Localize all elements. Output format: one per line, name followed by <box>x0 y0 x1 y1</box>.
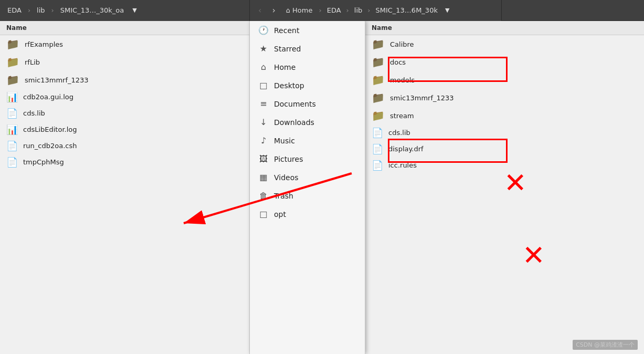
home-label: Home <box>292 6 312 14</box>
folder-reddish-icon: 📁 <box>372 109 385 122</box>
list-item[interactable]: 📁smic13mmrf_1233 <box>365 89 644 107</box>
folder-dark-icon: 📁 <box>6 38 19 50</box>
script-file-icon: 📄 <box>6 140 18 151</box>
folder-reddish-icon: 📁 <box>6 56 19 68</box>
path-eda-right[interactable]: EDA <box>324 5 344 16</box>
sidebar-label: Documents <box>274 100 316 108</box>
list-item[interactable]: 📁Calibre <box>365 35 644 53</box>
sidebar-label: Downloads <box>274 118 314 127</box>
path-smic-right[interactable]: SMIC_13…6M_30k <box>372 5 440 16</box>
sidebar-icon: ⌂ <box>258 62 269 72</box>
left-panel-header: Name <box>0 21 249 35</box>
file-name: rfExamples <box>25 40 63 48</box>
sidebar-label: Trash <box>274 192 293 200</box>
sidebar-label: opt <box>274 210 286 218</box>
sidebar-icon: □ <box>258 209 269 219</box>
text-file-icon: 📄 <box>372 160 383 171</box>
sidebar-icon: ♪ <box>258 136 269 145</box>
sidebar-item-trash[interactable]: 🗑 Trash <box>250 186 365 205</box>
text-file-icon: 📄 <box>372 127 383 138</box>
folder-dark-icon: 📁 <box>372 38 385 50</box>
folder-dark-icon: 📁 <box>372 91 385 104</box>
left-file-panel: Name 📁rfExamples📁rfLib📁smic13mmrf_1233📊c… <box>0 21 250 354</box>
log-file-icon: 📊 <box>6 91 18 102</box>
list-item[interactable]: 📊cdsLibEditor.log <box>0 121 249 138</box>
list-item[interactable]: 📄tmpCphMsg <box>0 154 249 170</box>
sidebar-icon: ↓ <box>258 117 269 127</box>
list-item[interactable]: 📄run_cdb2oa.csh <box>0 138 249 154</box>
home-button[interactable]: ⌂ Home <box>282 5 317 16</box>
sidebar-label: Pictures <box>274 155 303 163</box>
back-button[interactable]: ‹ <box>254 3 266 17</box>
list-item[interactable]: 📄display.drf <box>365 141 644 157</box>
sidebar-icon: 🕐 <box>258 25 269 35</box>
file-name: display.drf <box>388 145 424 153</box>
list-item[interactable]: 📁models <box>365 71 644 89</box>
sidebar-icon: 🗑 <box>258 191 269 201</box>
sidebar-label: Desktop <box>274 81 304 90</box>
sidebar-label: Starred <box>274 45 301 53</box>
sidebar-icon: ▦ <box>258 172 269 182</box>
file-name: rfLib <box>25 58 40 66</box>
file-name: run_cdb2oa.csh <box>23 142 77 150</box>
sidebar-item-starred[interactable]: ★ Starred <box>250 39 365 58</box>
sidebar-panel: 🕐 Recent ★ Starred ⌂ Home □ Desktop ≡ Do… <box>250 21 365 354</box>
path-dropdown-right[interactable]: ▼ <box>443 6 451 15</box>
sidebar-label: Videos <box>274 173 299 182</box>
file-name: icc.rules <box>388 161 417 169</box>
sidebar-item-recent[interactable]: 🕐 Recent <box>250 21 365 39</box>
list-item[interactable]: 📄icc.rules <box>365 157 644 173</box>
list-item[interactable]: 📁rfExamples <box>0 35 249 53</box>
sidebar-item-videos[interactable]: ▦ Videos <box>250 168 365 186</box>
path-lib-right[interactable]: lib <box>351 5 365 16</box>
sidebar-item-pictures[interactable]: 🖼 Pictures <box>250 150 365 168</box>
list-item[interactable]: 📁smic13mmrf_1233 <box>0 71 249 89</box>
text-file-icon: 📄 <box>6 108 18 119</box>
file-name: cdsLibEditor.log <box>23 126 77 133</box>
folder-dark-icon: 📁 <box>6 74 19 86</box>
home-icon: ⌂ <box>286 6 290 14</box>
left-path-bar: EDA › lib › SMIC_13…_30k_oa ▼ <box>0 0 250 21</box>
sidebar-item-opt[interactable]: □ opt <box>250 205 365 223</box>
file-name: stream <box>390 112 414 120</box>
file-name: cds.lib <box>388 129 410 137</box>
path-dropdown-left[interactable]: ▼ <box>130 6 139 15</box>
list-item[interactable]: 📄cds.lib <box>365 124 644 141</box>
file-name: Calibre <box>390 40 414 48</box>
sidebar-item-downloads[interactable]: ↓ Downloads <box>250 113 365 131</box>
folder-dark-icon: 📁 <box>372 56 385 68</box>
log-file-icon: 📊 <box>6 124 18 135</box>
sidebar-item-desktop[interactable]: □ Desktop <box>250 76 365 95</box>
path-smic-left[interactable]: SMIC_13…_30k_oa <box>57 5 127 16</box>
file-name: smic13mmrf_1233 <box>390 94 454 102</box>
folder-reddish-icon: 📁 <box>372 74 385 86</box>
path-eda-left[interactable]: EDA <box>4 5 25 16</box>
text-file-icon: 📄 <box>372 143 383 154</box>
sidebar-label: Recent <box>274 26 299 35</box>
watermark: CSDN @菜鸡渣渣一个 <box>573 340 638 350</box>
path-lib-left[interactable]: lib <box>34 5 48 16</box>
sidebar-icon: ★ <box>258 44 269 54</box>
file-name: models <box>390 76 415 84</box>
list-item[interactable]: 📁stream <box>365 107 644 124</box>
right-panel-header: Name <box>365 21 644 35</box>
list-item[interactable]: 📁rfLib <box>0 53 249 71</box>
sidebar-item-home[interactable]: ⌂ Home <box>250 58 365 76</box>
sidebar-label: Music <box>274 137 295 145</box>
sidebar-item-music[interactable]: ♪ Music <box>250 131 365 150</box>
list-item[interactable]: 📁docs <box>365 53 644 71</box>
text-file-icon: 📄 <box>6 157 18 168</box>
list-item[interactable]: 📄cds.lib <box>0 105 249 121</box>
file-name: cds.lib <box>23 109 45 117</box>
file-name: smic13mmrf_1233 <box>25 76 89 84</box>
sidebar-icon: □ <box>258 80 269 90</box>
sidebar-label: Home <box>274 63 295 71</box>
list-item[interactable]: 📊cdb2oa.gui.log <box>0 89 249 105</box>
forward-button[interactable]: › <box>268 3 279 17</box>
file-name: docs <box>390 58 406 66</box>
sidebar-icon: ≡ <box>258 99 269 109</box>
file-name: tmpCphMsg <box>23 158 64 166</box>
right-file-panel: Name 📁Calibre📁docs📁models📁smic13mmrf_123… <box>365 21 644 354</box>
file-name: cdb2oa.gui.log <box>23 93 73 101</box>
sidebar-item-documents[interactable]: ≡ Documents <box>250 95 365 113</box>
